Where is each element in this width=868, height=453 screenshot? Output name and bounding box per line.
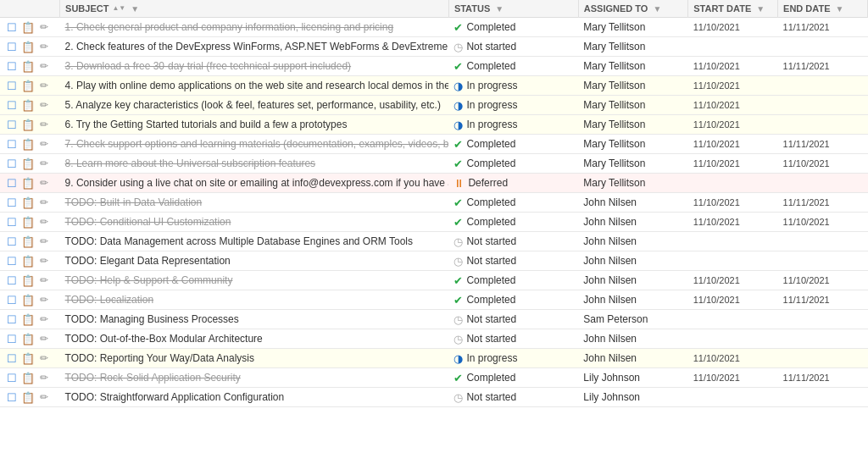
edit-icon[interactable]: ✏: [37, 40, 51, 53]
task-icon[interactable]: 📋: [21, 235, 35, 248]
table-row[interactable]: ☐ 📋 ✏ TODO: Elegant Data Representation …: [0, 251, 868, 271]
checkbox-icon[interactable]: ☐: [5, 293, 19, 307]
task-icon[interactable]: 📋: [21, 312, 35, 326]
checkbox-icon[interactable]: ☐: [5, 98, 19, 112]
edit-icon[interactable]: ✏: [37, 371, 51, 384]
checkbox-icon[interactable]: ☐: [5, 137, 19, 151]
row-icons-cell: ☐ 📋 ✏: [0, 18, 60, 37]
table-row[interactable]: ☐ 📋 ✏ TODO: Conditional UI Customization…: [0, 213, 868, 232]
checkbox-icon[interactable]: ☐: [5, 59, 19, 73]
table-row[interactable]: ☐ 📋 ✏ TODO: Straightforward Application …: [0, 388, 868, 407]
checkbox-icon[interactable]: ☐: [5, 118, 19, 131]
table-row[interactable]: ☐ 📋 ✏ TODO: Reporting Your Way/Data Anal…: [0, 349, 868, 368]
table-row[interactable]: ☐ 📋 ✏ 6. Try the Getting Started tutoria…: [0, 115, 868, 135]
assigned-cell: Mary Tellitson: [578, 37, 687, 57]
task-icon[interactable]: 📋: [21, 371, 35, 384]
edit-icon[interactable]: ✏: [37, 118, 51, 131]
task-icon[interactable]: 📋: [21, 79, 35, 92]
table-row[interactable]: ☐ 📋 ✏ TODO: Rock-Solid Application Secur…: [0, 368, 868, 388]
table-row[interactable]: ☐ 📋 ✏ TODO: Help & Support & Community ✔…: [0, 271, 868, 290]
task-icon[interactable]: 📋: [21, 332, 35, 345]
edit-icon[interactable]: ✏: [37, 176, 51, 190]
table-row[interactable]: ☐ 📋 ✏ TODO: Built-in Data Validation ✔ C…: [0, 193, 868, 213]
task-icon[interactable]: 📋: [21, 351, 35, 365]
status-text: Completed: [466, 372, 515, 384]
table-row[interactable]: ☐ 📋 ✏ TODO: Data Management across Multi…: [0, 232, 868, 251]
task-icon[interactable]: 📋: [21, 59, 35, 73]
status-cell: ◑ In progress: [448, 349, 578, 368]
edit-icon[interactable]: ✏: [37, 157, 51, 170]
edit-icon[interactable]: ✏: [37, 20, 51, 34]
row-icons-cell: ☐ 📋 ✏: [0, 368, 60, 388]
start-filter-icon[interactable]: ▼: [756, 4, 765, 14]
assigned-cell: John Nilsen: [578, 290, 687, 310]
edit-icon[interactable]: ✏: [37, 293, 51, 307]
status-text: Not started: [466, 313, 516, 325]
checkbox-icon[interactable]: ☐: [5, 235, 19, 248]
task-icon[interactable]: 📋: [21, 176, 35, 190]
task-icon[interactable]: 📋: [21, 98, 35, 112]
edit-icon[interactable]: ✏: [37, 79, 51, 92]
checkbox-icon[interactable]: ☐: [5, 40, 19, 53]
checkbox-icon[interactable]: ☐: [5, 332, 19, 345]
checkbox-icon[interactable]: ☐: [5, 312, 19, 326]
start-date-cell: 11/10/2021: [688, 290, 778, 310]
status-badge: ✔ Completed: [453, 294, 515, 307]
checkbox-icon[interactable]: ☐: [5, 371, 19, 384]
task-icon[interactable]: 📋: [21, 20, 35, 34]
subject-filter-icon[interactable]: ▼: [131, 4, 139, 14]
table-row[interactable]: ☐ 📋 ✏ TODO: Localization ✔ Completed Joh…: [0, 290, 868, 310]
edit-icon[interactable]: ✏: [37, 196, 51, 209]
table-row[interactable]: ☐ 📋 ✏ 3. Download a free 30-day trial (f…: [0, 57, 868, 76]
table-row[interactable]: ☐ 📋 ✏ TODO: Out-of-the-Box Modular Archi…: [0, 329, 868, 349]
edit-icon[interactable]: ✏: [37, 312, 51, 326]
table-row[interactable]: ☐ 📋 ✏ 1. Check general product and compa…: [0, 18, 868, 37]
subject-sort-icons[interactable]: ▲▼: [112, 5, 125, 12]
task-icon[interactable]: 📋: [21, 273, 35, 287]
subject-cell: 4. Play with online demo applications on…: [60, 76, 449, 96]
checkbox-icon[interactable]: ☐: [5, 20, 19, 34]
table-row[interactable]: ☐ 📋 ✏ 8. Learn more about the Universal …: [0, 154, 868, 174]
table-row[interactable]: ☐ 📋 ✏ 7. Check support options and learn…: [0, 135, 868, 154]
checkbox-icon[interactable]: ☐: [5, 351, 19, 365]
edit-icon[interactable]: ✏: [37, 235, 51, 248]
checkbox-icon[interactable]: ☐: [5, 215, 19, 229]
checkbox-icon[interactable]: ☐: [5, 157, 19, 170]
checkbox-icon[interactable]: ☐: [5, 196, 19, 209]
edit-icon[interactable]: ✏: [37, 351, 51, 365]
task-icon[interactable]: 📋: [21, 196, 35, 209]
task-icon[interactable]: 📋: [21, 137, 35, 151]
edit-icon[interactable]: ✏: [37, 332, 51, 345]
edit-icon[interactable]: ✏: [37, 59, 51, 73]
assigned-filter-icon[interactable]: ▼: [653, 4, 661, 14]
edit-icon[interactable]: ✏: [37, 254, 51, 268]
edit-icon[interactable]: ✏: [37, 273, 51, 287]
table-row[interactable]: ☐ 📋 ✏ 5. Analyze key characteristics (lo…: [0, 96, 868, 115]
task-icon[interactable]: 📋: [21, 118, 35, 131]
table-row[interactable]: ☐ 📋 ✏ 2. Check features of the DevExpres…: [0, 37, 868, 57]
table-row[interactable]: ☐ 📋 ✏ TODO: Managing Business Processes …: [0, 310, 868, 329]
status-filter-icon[interactable]: ▼: [495, 4, 504, 14]
checkbox-icon[interactable]: ☐: [5, 176, 19, 190]
checkbox-icon[interactable]: ☐: [5, 390, 19, 404]
status-badge: ◷ Not started: [453, 313, 516, 326]
edit-icon[interactable]: ✏: [37, 215, 51, 229]
task-icon[interactable]: 📋: [21, 157, 35, 170]
task-icon[interactable]: 📋: [21, 215, 35, 229]
task-icon[interactable]: 📋: [21, 40, 35, 53]
table-row[interactable]: ☐ 📋 ✏ 9. Consider using a live chat on s…: [0, 174, 868, 193]
task-icon[interactable]: 📋: [21, 293, 35, 307]
edit-icon[interactable]: ✏: [37, 98, 51, 112]
end-date-cell: [778, 349, 868, 368]
assigned-cell: Mary Tellitson: [578, 115, 687, 135]
edit-icon[interactable]: ✏: [37, 137, 51, 151]
checkbox-icon[interactable]: ☐: [5, 273, 19, 287]
checkbox-icon[interactable]: ☐: [5, 254, 19, 268]
task-icon[interactable]: 📋: [21, 254, 35, 268]
task-icon[interactable]: 📋: [21, 390, 35, 404]
table-row[interactable]: ☐ 📋 ✏ 4. Play with online demo applicati…: [0, 76, 868, 96]
status-text: Completed: [466, 157, 515, 169]
checkbox-icon[interactable]: ☐: [5, 79, 19, 92]
end-filter-icon[interactable]: ▼: [836, 4, 844, 14]
edit-icon[interactable]: ✏: [37, 390, 51, 404]
